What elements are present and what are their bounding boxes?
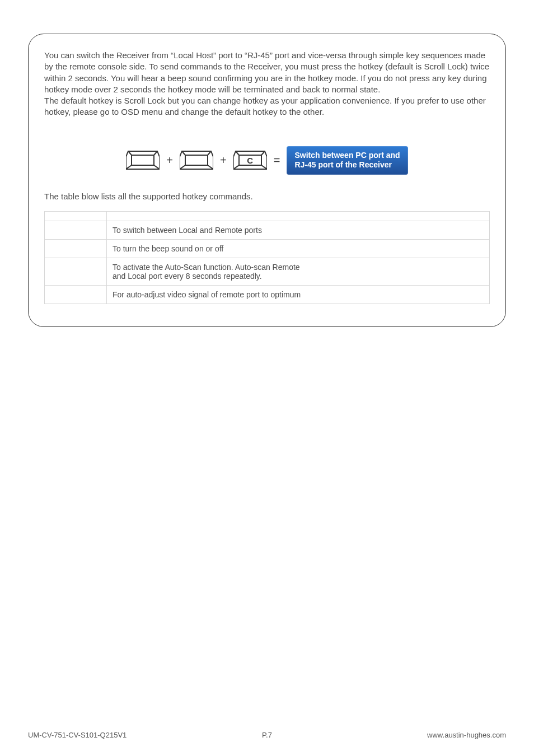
svg-line-9 (208, 151, 211, 155)
table-cell-desc: To switch between Local and Remote ports (107, 221, 490, 239)
table-row: To switch between Local and Remote ports (45, 221, 490, 239)
svg-line-11 (208, 165, 213, 169)
plus-sign-1: + (165, 154, 174, 167)
table-row: To turn the beep sound on or off (45, 239, 490, 258)
equals-sign: = (273, 154, 282, 167)
table-row: For auto-adjust video signal of remote p… (45, 285, 490, 304)
table-cell-key (45, 239, 107, 258)
svg-line-3 (154, 151, 157, 155)
table-cell-desc: To activate the Auto-Scan function. Auto… (107, 258, 490, 285)
figure-result-chip: Switch between PC port and RJ-45 port of… (287, 146, 407, 175)
table-row: To activate the Auto-Scan function. Auto… (45, 258, 490, 285)
plus-sign-2: + (219, 154, 228, 167)
hotkey-table: To switch between Local and Remote ports… (44, 211, 490, 304)
table-cell-desc: For auto-adjust video signal of remote p… (107, 285, 490, 304)
content-frame: You can switch the Receiver from “Local … (28, 34, 506, 327)
svg-rect-7 (185, 155, 208, 165)
table-cell-key (45, 221, 107, 239)
footer-left: UM-CV-751-CV-S101-Q215V1 (28, 731, 127, 739)
svg-line-10 (180, 165, 185, 169)
svg-line-2 (128, 151, 132, 155)
figure-result-line1: Switch between PC port and (294, 151, 400, 160)
keycap-blank-1-icon (126, 150, 160, 170)
footer-right: www.austin-hughes.com (427, 731, 506, 739)
svg-line-5 (154, 165, 160, 169)
table-header-key (45, 211, 107, 221)
figure-result-line2: RJ-45 port of the Receiver (294, 160, 392, 169)
table-cell-key (45, 285, 107, 304)
svg-line-8 (182, 151, 185, 155)
table-header-desc (107, 211, 490, 221)
svg-rect-1 (132, 155, 154, 165)
keycap-blank-2-icon (180, 150, 213, 170)
footer-page-number: P.7 (262, 731, 272, 739)
intro-paragraph-1: You can switch the Receiver from “Local … (44, 50, 490, 95)
table-cell-key (45, 258, 107, 285)
table-intro-text: The table blow lists all the supported h… (44, 192, 490, 201)
table-cell-desc: To turn the beep sound on or off (107, 239, 490, 258)
page-footer: UM-CV-751-CV-S101-Q215V1 P.7 www.austin-… (28, 731, 506, 739)
hotkey-figure: + + (44, 146, 490, 175)
keycap-c-icon: C (233, 150, 267, 170)
table-header-row (45, 211, 490, 221)
page: You can switch the Receiver from “Local … (0, 0, 534, 756)
intro-paragraph-2: The default hotkey is Scroll Lock but yo… (44, 95, 490, 118)
svg-line-4 (126, 165, 132, 169)
keycap-c-label: C (233, 150, 267, 170)
